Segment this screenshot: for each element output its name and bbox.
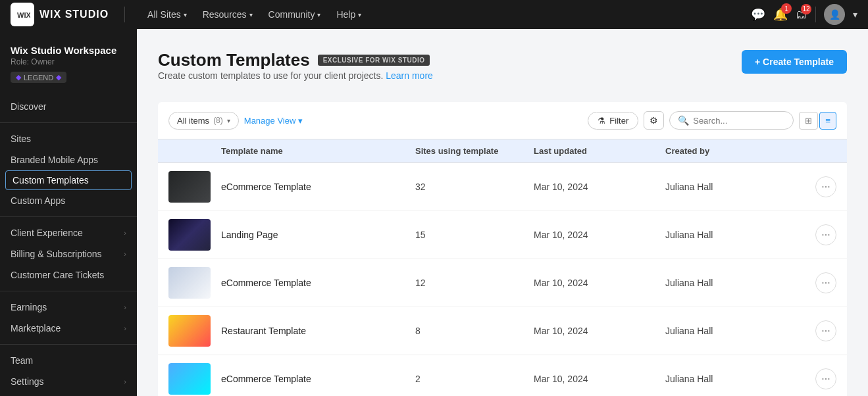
more-options-button[interactable]: ···	[815, 368, 836, 389]
chevron-down-icon: ▾	[249, 11, 253, 18]
col-thumbnail	[168, 146, 221, 156]
template-name-cell: Landing Page	[221, 230, 415, 240]
more-options-button[interactable]: ···	[815, 320, 836, 341]
thumb-image	[168, 315, 211, 347]
logo-group[interactable]: WIX WIX STUDIO	[11, 3, 109, 26]
avatar-chevron-icon[interactable]: ▾	[853, 9, 857, 20]
template-name-cell: eCommerce Template	[221, 374, 415, 384]
notification-badge: 1	[781, 3, 792, 14]
row-actions: ···	[797, 224, 836, 245]
sort-icon: ⚙	[650, 115, 658, 126]
sidebar-item-custom-apps[interactable]: Custom Apps	[0, 190, 137, 211]
page-subtitle: Create custom templates to use for your …	[158, 70, 433, 81]
col-template-name: Template name	[221, 146, 415, 156]
search-input[interactable]	[693, 116, 785, 126]
table-container: All items (8) ▾ Manage View ▾ ⚗ Filter ⚙	[158, 102, 847, 396]
wix-studio-text: WIX STUDIO	[39, 9, 109, 20]
workspace-role: Role: Owner	[11, 57, 126, 66]
more-options-button[interactable]: ···	[815, 272, 836, 293]
sidebar-item-team[interactable]: Team	[0, 350, 137, 371]
sidebar-item-settings[interactable]: Settings ›	[0, 371, 137, 392]
sites-using-cell: 15	[415, 230, 534, 240]
inbox-badge: 12	[801, 4, 811, 14]
grid-view-button[interactable]: ⊞	[799, 112, 818, 130]
search-input-wrap[interactable]: 🔍	[669, 111, 794, 130]
list-view-button[interactable]: ≡	[819, 112, 836, 130]
page-header: Custom Templates EXCLUSIVE FOR WIX STUDI…	[158, 50, 847, 97]
learn-more-link[interactable]: Learn more	[386, 70, 433, 81]
thumb-image	[168, 267, 211, 299]
workspace-info: Wix Studio Workspace Role: Owner ◆ LEGEN…	[0, 39, 137, 93]
notification-icon[interactable]: 🔔 1	[773, 7, 788, 22]
sidebar-item-sites[interactable]: Sites	[0, 128, 137, 149]
sidebar-item-customer-care[interactable]: Customer Care Tickets	[0, 264, 137, 285]
table-row: Landing Page 15 Mar 10, 2024 Juliana Hal…	[158, 211, 847, 259]
sidebar-item-billing-subscriptions[interactable]: Billing & Subscriptions ›	[0, 243, 137, 264]
create-template-button[interactable]: + Create Template	[742, 50, 847, 74]
table-row: Restaurant Template 8 Mar 10, 2024 Julia…	[158, 307, 847, 355]
more-options-button[interactable]: ···	[815, 176, 836, 197]
help-nav[interactable]: Help ▾	[330, 5, 368, 24]
sort-icon-button[interactable]: ⚙	[644, 111, 664, 130]
community-nav[interactable]: Community ▾	[262, 5, 328, 24]
inbox-icon[interactable]: 🗂 12	[796, 8, 807, 22]
table-row: eCommerce Template 12 Mar 10, 2024 Julia…	[158, 259, 847, 307]
user-avatar[interactable]: 👤	[824, 4, 845, 25]
sites-using-cell: 8	[415, 326, 534, 336]
col-last-updated: Last updated	[534, 146, 665, 156]
sidebar-item-client-experience[interactable]: Client Experience ›	[0, 222, 137, 243]
diamond-icon-right: ◆	[56, 73, 61, 82]
chevron-down-icon: ▾	[358, 11, 361, 18]
last-updated-cell: Mar 10, 2024	[534, 230, 665, 240]
sidebar-divider-3	[0, 291, 137, 291]
table-row: eCommerce Template 2 Mar 10, 2024 Julian…	[158, 355, 847, 396]
sites-using-cell: 32	[415, 182, 534, 192]
manage-view-button[interactable]: Manage View ▾	[244, 116, 303, 126]
chevron-down-icon: ▾	[298, 116, 303, 126]
sidebar-item-branded-mobile-apps[interactable]: Branded Mobile Apps	[0, 149, 137, 170]
created-by-cell: Juliana Hall	[665, 182, 797, 192]
data-table: eCommerce Template 32 Mar 10, 2024 Julia…	[158, 163, 847, 396]
all-items-dropdown[interactable]: All items (8) ▾	[168, 112, 239, 130]
template-name-cell: eCommerce Template	[221, 182, 415, 192]
last-updated-cell: Mar 10, 2024	[534, 182, 665, 192]
sidebar-item-custom-templates[interactable]: Custom Templates	[5, 170, 132, 190]
thumb-image	[168, 363, 211, 395]
last-updated-cell: Mar 10, 2024	[534, 374, 665, 384]
nav-links: All Sites ▾ Resources ▾ Community ▾ Help…	[141, 5, 735, 24]
chevron-right-icon: ›	[124, 303, 126, 311]
nav-divider	[124, 7, 125, 22]
more-options-button[interactable]: ···	[815, 224, 836, 245]
row-actions: ···	[797, 320, 836, 341]
template-thumbnail	[168, 267, 221, 299]
col-actions	[797, 146, 836, 156]
sidebar-divider-2	[0, 216, 137, 217]
chevron-right-icon: ›	[124, 229, 126, 237]
chevron-down-icon: ▾	[227, 117, 230, 124]
nav-right-icons: 💬 🔔 1 🗂 12 👤 ▾	[751, 4, 857, 25]
sidebar-divider	[0, 122, 137, 123]
sidebar-item-earnings[interactable]: Earnings ›	[0, 297, 137, 318]
svg-text:WIX: WIX	[17, 11, 30, 19]
workspace-name: Wix Studio Workspace	[11, 45, 126, 56]
exclusive-badge: EXCLUSIVE FOR WIX STUDIO	[318, 55, 430, 66]
app-layout: Wix Studio Workspace Role: Owner ◆ LEGEN…	[0, 29, 868, 396]
created-by-cell: Juliana Hall	[665, 374, 797, 384]
chevron-right-icon: ›	[124, 324, 126, 332]
sidebar-section-main: Discover Sites Branded Mobile Apps Custo…	[0, 93, 137, 395]
template-thumbnail	[168, 363, 221, 395]
col-created-by: Created by	[665, 146, 797, 156]
filter-icon: ⚗	[598, 116, 605, 126]
sidebar-item-marketplace[interactable]: Marketplace ›	[0, 318, 137, 339]
created-by-cell: Juliana Hall	[665, 326, 797, 336]
title-badge-group: Custom Templates EXCLUSIVE FOR WIX STUDI…	[158, 50, 433, 70]
col-sites-using: Sites using template	[415, 146, 534, 156]
all-sites-nav[interactable]: All Sites ▾	[141, 5, 193, 24]
sidebar-item-discover[interactable]: Discover	[0, 96, 137, 117]
filter-button[interactable]: ⚗ Filter	[588, 112, 638, 130]
resources-nav[interactable]: Resources ▾	[196, 5, 259, 24]
template-name-cell: Restaurant Template	[221, 326, 415, 336]
sites-using-cell: 2	[415, 374, 534, 384]
chat-icon[interactable]: 💬	[751, 7, 765, 22]
legend-badge: ◆ LEGEND ◆	[11, 72, 66, 83]
